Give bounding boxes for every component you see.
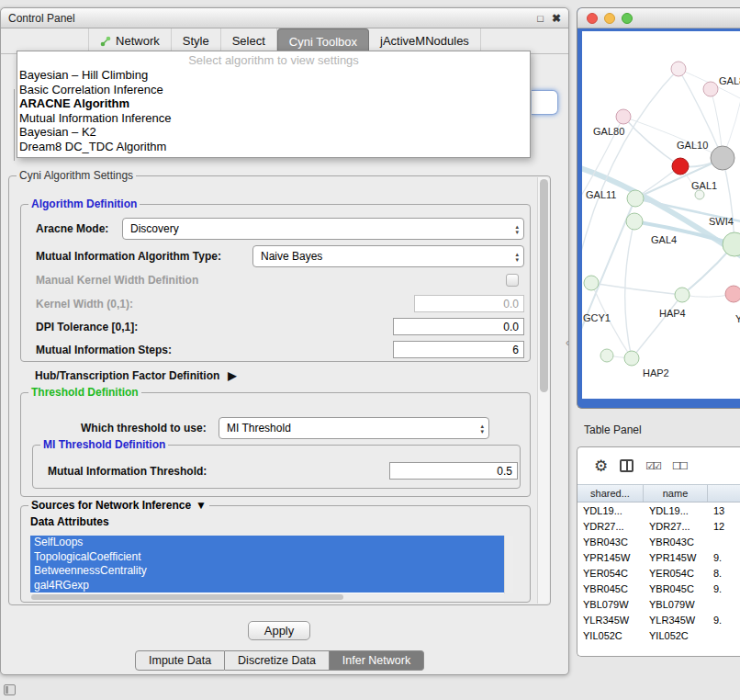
attribute-item[interactable]: SelfLoops	[30, 536, 504, 550]
tab-cyni-toolbox[interactable]: Cyni Toolbox	[277, 28, 369, 53]
hub-label: Hub/Transcription Factor Definition	[35, 369, 219, 382]
kernel-width-field[interactable]: 0.0	[414, 295, 524, 312]
sources-group: Sources for Network Inference ▼ Data Att…	[20, 505, 531, 603]
network-node[interactable]	[584, 276, 599, 290]
close-window-icon[interactable]: ✖	[552, 12, 561, 25]
tab-select[interactable]: Select	[221, 28, 277, 53]
network-node[interactable]	[723, 232, 740, 256]
network-canvas[interactable]: GAL80GAL8GAL10GAL11GAL1SWI4GAL4GCY1HAP4H…	[582, 31, 740, 399]
sources-collapse-header[interactable]: Sources for Network Inference ▼	[28, 499, 209, 512]
network-node[interactable]	[624, 351, 639, 366]
network-node-label: GAL11	[586, 189, 616, 200]
table-row[interactable]: YER054CYER054C8.	[577, 565, 740, 581]
algorithm-option[interactable]: Basic Correlation Inference	[17, 83, 530, 97]
column-header-partial[interactable]	[708, 485, 740, 502]
tab-style[interactable]: Style	[172, 28, 221, 53]
scrollbar-thumb[interactable]	[31, 594, 343, 600]
network-node[interactable]	[626, 213, 643, 230]
aracne-mode-select[interactable]: Discovery	[122, 218, 524, 240]
algorithm-option[interactable]: Dream8 DC_TDC Algorithm	[17, 140, 530, 154]
tab-label: Select	[232, 34, 265, 48]
zoom-traffic-light-icon[interactable]	[622, 13, 633, 24]
network-edge	[623, 117, 680, 166]
panel-splitter-handle[interactable]: ‹	[566, 336, 569, 349]
table-cell: YBL079W	[577, 599, 644, 610]
expander-right-icon: ▶	[228, 369, 236, 382]
float-window-icon[interactable]: □	[537, 13, 544, 24]
column-header-shared-name[interactable]: shared...	[577, 485, 644, 502]
network-node[interactable]	[671, 62, 686, 76]
desktop: Control Panel □ ✖ Network Style Select C…	[0, 0, 740, 700]
dpi-tolerance-field[interactable]: 0.0	[393, 318, 524, 335]
algorithm-option[interactable]: Bayesian – Hill Climbing	[17, 68, 530, 83]
network-node[interactable]	[711, 146, 734, 170]
deselect-all-rows-icon[interactable]: ☐☐	[672, 460, 687, 472]
table-row[interactable]: YDR27...YDR27...12	[577, 518, 740, 534]
minimized-panel-icon-stripe	[6, 686, 8, 694]
gear-icon[interactable]: ⚙	[594, 457, 608, 476]
table-row[interactable]: YBR045CYBR045C9.	[577, 581, 740, 596]
mi-steps-field[interactable]: 6	[393, 341, 524, 358]
minimized-panel-icon[interactable]	[4, 684, 16, 695]
data-attributes-label: Data Attributes	[30, 515, 109, 528]
close-traffic-light-icon[interactable]	[587, 13, 598, 24]
network-node[interactable]	[672, 158, 689, 175]
table-cell: 12	[708, 521, 740, 532]
dropdown-placeholder: Select algorithm to view settings	[17, 53, 530, 68]
table-row[interactable]: YBR043CYBR043C	[577, 534, 740, 549]
manual-kernel-width-label: Manual Kernel Width Definition	[36, 269, 198, 291]
mi-threshold-field[interactable]: 0.5	[389, 462, 518, 480]
columns-icon[interactable]	[620, 459, 633, 472]
tab-discretize-data[interactable]: Discretize Data	[225, 650, 330, 671]
attribute-item[interactable]: BetweennessCentrality	[30, 564, 504, 579]
table-row[interactable]: YLR345WYLR345W9.	[577, 612, 740, 627]
network-node-label: HAP4	[659, 308, 686, 319]
network-node[interactable]	[627, 190, 644, 207]
network-view-window: GAL80GAL8GAL10GAL11GAL1SWI4GAL4GCY1HAP4H…	[577, 7, 740, 409]
table-row[interactable]: YBL079WYBL079W	[577, 596, 740, 612]
data-attributes-list[interactable]: SelfLoopsTopologicalCoefficientBetweenne…	[30, 536, 504, 593]
attribute-item[interactable]: gal4RGexp	[30, 579, 504, 593]
algorithm-definition-group: Algorithm Definition Aracne Mode: Discov…	[20, 204, 531, 362]
tab-network[interactable]: Network	[88, 28, 172, 53]
tab-infer-network[interactable]: Infer Network	[330, 650, 424, 671]
algorithm-option[interactable]: Bayesian – K2	[17, 125, 530, 140]
network-node[interactable]	[695, 190, 704, 199]
algorithm-option[interactable]: Mutual Information Inference	[17, 111, 530, 126]
minimize-traffic-light-icon[interactable]	[604, 13, 615, 24]
table-cell: YBR045C	[644, 583, 708, 594]
tab-jactivemodules[interactable]: jActiveMNodules	[369, 28, 481, 53]
network-node-label: GAL1	[691, 180, 717, 191]
hub-definition-expander[interactable]: Hub/Transcription Factor Definition ▶	[35, 368, 237, 383]
mi-algorithm-type-select[interactable]: Naive Bayes	[252, 245, 524, 267]
table-row[interactable]: YPR145WYPR145W9.	[577, 549, 740, 565]
which-threshold-select[interactable]: MI Threshold	[219, 417, 489, 439]
network-window-titlebar[interactable]	[577, 8, 740, 28]
attributes-hscrollbar[interactable]	[30, 593, 504, 601]
table-toolbar: ⚙ ☑☑ ☐☐	[577, 447, 740, 484]
attribute-item[interactable]: TopologicalCoefficient	[30, 550, 504, 565]
network-node[interactable]	[725, 286, 740, 302]
tab-impute-data[interactable]: Impute Data	[135, 650, 225, 671]
selected-value: Naive Bayes	[261, 250, 322, 263]
apply-button[interactable]: Apply	[248, 621, 310, 640]
network-node[interactable]	[600, 349, 613, 362]
network-node[interactable]	[675, 288, 690, 302]
attributes-vscrollbar[interactable]	[504, 536, 513, 593]
network-node[interactable]	[703, 82, 718, 96]
scrollbar-thumb[interactable]	[540, 179, 548, 392]
table-cell: YER054C	[577, 568, 644, 579]
manual-kernel-width-checkbox[interactable]	[506, 274, 519, 287]
select-all-rows-icon[interactable]: ☑☑	[645, 460, 660, 472]
network-node[interactable]	[616, 109, 631, 124]
control-panel-titlebar[interactable]: Control Panel □ ✖	[1, 8, 568, 28]
algorithm-option[interactable]: ARACNE Algorithm	[17, 96, 530, 111]
settings-scrollbar[interactable]	[537, 177, 549, 604]
group-title: Threshold Definition	[28, 386, 141, 399]
table-row[interactable]: YDL19...YDL19...13	[577, 502, 740, 518]
table-row[interactable]: YIL052CYIL052C	[577, 627, 740, 643]
network-node-label: GCY1	[583, 312, 611, 323]
focused-button-fragment[interactable]	[532, 90, 558, 115]
table-cell: YBR043C	[644, 536, 708, 548]
column-header-name[interactable]: name	[644, 485, 708, 502]
